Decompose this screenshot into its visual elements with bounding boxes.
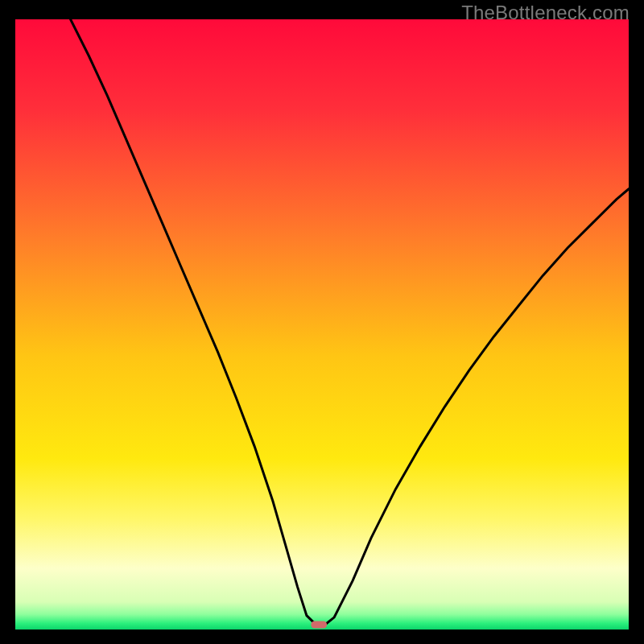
watermark-text: TheBottleneck.com [461,2,630,24]
optimal-marker [311,621,327,628]
bottleneck-chart [15,19,629,630]
chart-background [15,19,629,630]
chart-frame: TheBottleneck.com [0,0,644,644]
